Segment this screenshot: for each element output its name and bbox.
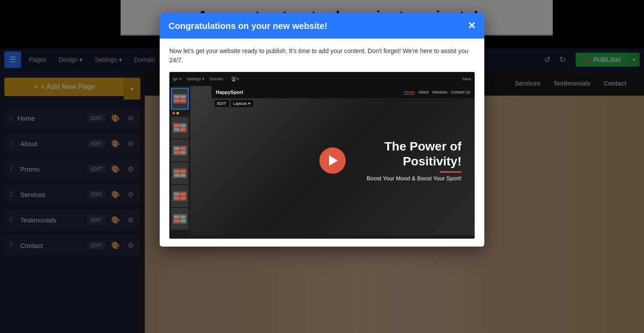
video-main: EDIT Layouts ▾ HappySport Home About Ser…: [190, 86, 475, 235]
filmstrip-item-3[interactable]: [171, 140, 189, 161]
modal-overlay: Congratulations on your new website! ✕ N…: [0, 0, 644, 333]
video-nav-home: Home: [404, 90, 415, 95]
video-title-underline: [440, 172, 462, 173]
video-layouts-button[interactable]: Layouts ▾: [231, 100, 253, 107]
video-edit-label: EDIT: [217, 101, 226, 106]
video-title-line1: The Power of: [367, 139, 462, 154]
filmstrip-item-4[interactable]: [171, 162, 189, 184]
video-nav-contact: Contact Us: [451, 90, 470, 94]
filmstrip: [169, 86, 190, 235]
modal: Congratulations on your new website! ✕ N…: [160, 13, 484, 247]
video-nav-about: About: [418, 90, 429, 94]
video-logo: HappySport: [216, 90, 243, 95]
filmstrip-item-5[interactable]: [171, 185, 189, 207]
close-icon: ✕: [468, 20, 476, 31]
modal-title: Congratulations on your new website!: [168, 21, 327, 31]
filmstrip-item-2[interactable]: [171, 117, 189, 139]
video-layouts-label: Layouts ▾: [233, 101, 250, 106]
video-small-toolbar: EDIT Layouts ▾: [215, 100, 253, 107]
video-edit-button[interactable]: EDIT: [215, 100, 229, 107]
video-container[interactable]: ign ▾ Settings ▾ Domain 🖥️ ▾ Save: [169, 72, 475, 239]
play-triangle-icon: [329, 155, 338, 166]
video-nav-services: Services: [432, 90, 447, 94]
play-button[interactable]: [319, 147, 346, 174]
filmstrip-item-6[interactable]: [171, 208, 189, 230]
video-text-overlay: The Power of Positivity! Boost Your Mood…: [367, 139, 462, 182]
video-subtitle: Boost Your Mood & Boost Your Sport!: [367, 175, 462, 182]
modal-close-button[interactable]: ✕: [468, 20, 476, 32]
modal-header: Congratulations on your new website! ✕: [160, 13, 484, 39]
modal-body-text: Now let's get your website ready to publ…: [169, 47, 475, 65]
video-preview: EDIT Layouts ▾ HappySport Home About Ser…: [169, 86, 475, 235]
video-title-line2: Positivity!: [367, 154, 462, 169]
video-inner-nav: ign ▾ Settings ▾ Domain 🖥️ ▾ Save: [169, 72, 475, 86]
video-controls: ▶ 00:54 🔊 ⚙ ⎋ ⛶: [169, 235, 475, 239]
modal-body: Now let's get your website ready to publ…: [160, 39, 484, 247]
filmstrip-item-1[interactable]: [171, 88, 189, 110]
